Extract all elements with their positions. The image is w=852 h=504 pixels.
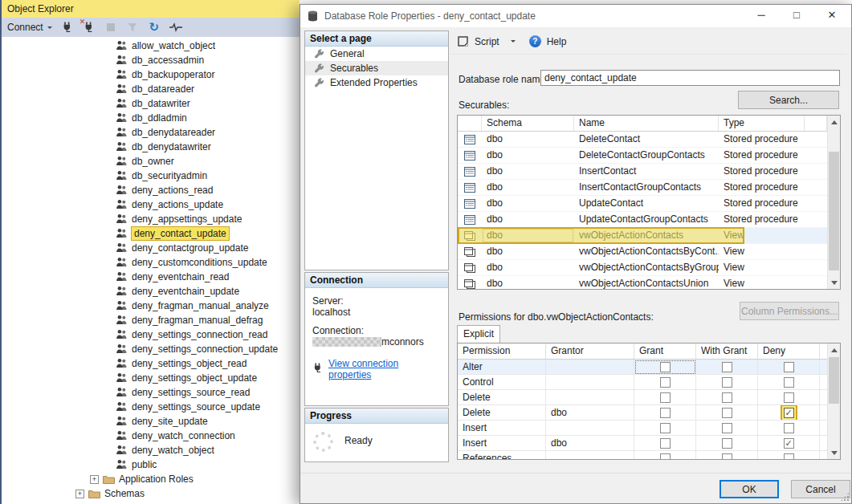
grant-checkbox[interactable]: [660, 392, 671, 403]
securable-row-vwobjectactioncontacts[interactable]: dbovwObjectActionContactsView: [458, 228, 827, 244]
securable-row-vwobjectactioncontactsunion[interactable]: dbovwObjectActionContactsUnionView: [458, 276, 827, 289]
stop-icon[interactable]: [104, 21, 117, 34]
permission-row-delete[interactable]: Delete: [458, 390, 827, 405]
close-button[interactable]: ✕: [819, 5, 845, 27]
grant-checkbox[interactable]: [660, 423, 671, 433]
search-button[interactable]: Search...: [738, 91, 839, 109]
tree-item-deny-eventchain-read[interactable]: deny_eventchain_read: [2, 270, 300, 284]
deny-checkbox[interactable]: [784, 377, 794, 388]
view-connection-properties-link[interactable]: View connection properties: [328, 358, 442, 380]
grant-checkbox[interactable]: [660, 453, 671, 460]
script-button[interactable]: Script: [475, 36, 499, 47]
securables-scrollbar[interactable]: [827, 116, 840, 289]
with-grant-checkbox[interactable]: [722, 438, 732, 449]
tree-item-deny-settings-source-read[interactable]: deny_settings_source_read: [2, 385, 300, 400]
connect-plug-icon[interactable]: [61, 21, 74, 34]
page-item-extended-properties[interactable]: Extended Properties: [305, 75, 448, 90]
scrollbar-thumb[interactable]: [829, 152, 839, 270]
tree-item-deny-watch-object[interactable]: deny_watch_object: [2, 443, 300, 457]
tree-item-application-roles[interactable]: +Application Roles: [2, 472, 300, 486]
tree-item-deny-site-update[interactable]: deny_site_update: [2, 414, 300, 429]
with-grant-checkbox[interactable]: [722, 423, 732, 433]
tree-item-deny-eventchain-update[interactable]: deny_eventchain_update: [2, 284, 300, 299]
tree-item-deny-contact-update[interactable]: deny_contact_update: [2, 226, 300, 241]
tree-item-db-owner[interactable]: db_owner: [2, 154, 300, 169]
scroll-down-icon[interactable]: [828, 276, 840, 289]
tree-item-db-datawriter[interactable]: db_datawriter: [2, 96, 300, 111]
securable-row-deletecontactgroupcontacts[interactable]: dboDeleteContactGroupContactsStored proc…: [458, 148, 827, 164]
tree-item-deny-actions-read[interactable]: deny_actions_read: [2, 183, 300, 197]
tree-item-deny-customconditions-update[interactable]: deny_customconditions_update: [2, 255, 300, 270]
filter-icon[interactable]: [126, 21, 139, 34]
tree-item-db-accessadmin[interactable]: db_accessadmin: [2, 53, 300, 67]
scroll-up-icon[interactable]: [828, 343, 840, 356]
deny-checkbox[interactable]: [784, 453, 794, 460]
tree-item-db-securityadmin[interactable]: db_securityadmin: [2, 169, 300, 183]
tree-item-schemas[interactable]: +Schemas: [2, 486, 300, 501]
with-grant-checkbox[interactable]: [722, 392, 732, 403]
scroll-up-icon[interactable]: [828, 116, 840, 128]
tree-item-partial[interactable]: +: [2, 501, 300, 504]
help-button[interactable]: Help: [547, 36, 567, 47]
tree-item-public[interactable]: public: [2, 457, 300, 472]
deny-checkbox[interactable]: [784, 362, 794, 372]
deny-checkbox[interactable]: [784, 423, 794, 433]
scrollbar-thumb[interactable]: [829, 357, 839, 404]
permission-row-insert-dbo[interactable]: Insertdbo: [458, 436, 827, 451]
grant-checkbox[interactable]: [660, 377, 671, 388]
tree-item-db-datareader[interactable]: db_datareader: [2, 82, 300, 96]
with-grant-checkbox[interactable]: [722, 362, 732, 372]
permissions-scrollbar[interactable]: [827, 343, 840, 459]
tree-item-allow-watch-object[interactable]: allow_watch_object: [2, 39, 300, 53]
tree-item-deny-settings-connection-read[interactable]: deny_settings_connection_read: [2, 327, 300, 342]
grant-checkbox[interactable]: [660, 408, 671, 418]
tree-item-deny-settings-source-update[interactable]: deny_settings_source_update: [2, 400, 300, 414]
securable-row-insertcontact[interactable]: dboInsertContactStored procedure: [458, 164, 827, 180]
activity-monitor-icon[interactable]: [169, 21, 182, 34]
tree-item-db-denydatareader[interactable]: db_denydatareader: [2, 125, 300, 140]
cancel-button[interactable]: Cancel: [791, 480, 850, 498]
tree-item-deny-settings-connection-update[interactable]: deny_settings_connection_update: [2, 342, 300, 356]
refresh-icon[interactable]: ↻: [148, 21, 161, 34]
tree-item-deny-fragman-manual-defrag[interactable]: deny_fragman_manual_defrag: [2, 313, 300, 327]
expand-icon[interactable]: +: [75, 490, 84, 498]
permission-row-alter[interactable]: Alter: [458, 360, 827, 375]
tree-item-db-backupoperator[interactable]: db_backupoperator: [2, 67, 300, 82]
tree-item-deny-watch-connection[interactable]: deny_watch_connection: [2, 429, 300, 443]
tree-item-deny-actions-update[interactable]: deny_actions_update: [2, 197, 300, 212]
maximize-button[interactable]: □: [784, 5, 809, 27]
grant-checkbox[interactable]: [660, 362, 671, 372]
grant-checkbox[interactable]: [660, 438, 671, 449]
permission-row-insert[interactable]: Insert: [458, 421, 827, 436]
tab-explicit[interactable]: Explicit: [457, 325, 500, 343]
tree-item-db-denydatawriter[interactable]: db_denydatawriter: [2, 140, 300, 154]
tree-item-deny-fragman-manual-analyze[interactable]: deny_fragman_manual_analyze: [2, 299, 300, 313]
with-grant-checkbox[interactable]: [722, 377, 732, 388]
securable-row-insertcontactgroupcontacts[interactable]: dboInsertContactGroupContactsStored proc…: [458, 180, 827, 196]
tree-item-deny-settings-object-update[interactable]: deny_settings_object_update: [2, 371, 300, 385]
securable-row-vwobjectactioncontactsbygroup[interactable]: dbovwObjectActionContactsByGroupView: [458, 260, 827, 276]
page-item-securables[interactable]: Securables: [305, 61, 448, 75]
minimize-button[interactable]: ─: [748, 5, 774, 27]
tree-item-deny-contactgroup-update[interactable]: deny_contactgroup_update: [2, 241, 300, 255]
permission-row-delete-dbo[interactable]: Deletedbo: [458, 405, 827, 421]
column-permissions-button[interactable]: Column Permissions...: [740, 302, 839, 320]
securable-row-deletecontact[interactable]: dboDeleteContactStored procedure: [458, 132, 827, 148]
page-item-general[interactable]: General: [305, 47, 448, 61]
tree-item-deny-appsettings-update[interactable]: deny_appsettings_update: [2, 212, 300, 226]
deny-checkbox[interactable]: [784, 438, 794, 449]
disconnect-plug-icon[interactable]: ✕: [83, 21, 96, 34]
securable-row-updatecontactgroupcontacts[interactable]: dboUpdateContactGroupContactsStored proc…: [458, 212, 827, 228]
with-grant-checkbox[interactable]: [722, 453, 732, 460]
with-grant-checkbox[interactable]: [722, 408, 732, 418]
ok-button[interactable]: OK: [720, 480, 779, 498]
connect-dropdown[interactable]: Connect: [7, 22, 52, 33]
expand-icon[interactable]: +: [90, 475, 99, 484]
permission-row-references[interactable]: References: [458, 451, 827, 459]
tree-item-db-ddladmin[interactable]: db_ddladmin: [2, 111, 300, 125]
deny-checkbox[interactable]: [784, 392, 794, 403]
script-dropdown-icon[interactable]: [511, 40, 516, 45]
deny-checkbox[interactable]: [784, 408, 794, 418]
permission-row-control[interactable]: Control: [458, 375, 827, 390]
securable-row-vwobjectactioncontactsbycont-[interactable]: dbovwObjectActionContactsByCont...View: [458, 244, 827, 260]
